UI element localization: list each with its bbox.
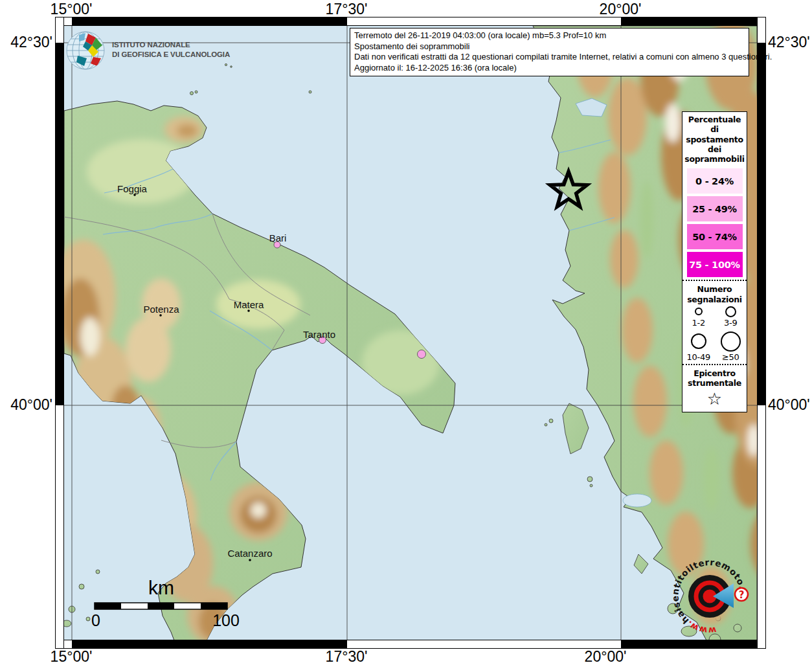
count-label-3-9: 3-9 [724, 318, 737, 328]
legend-count-symbols: 1-2 3-9 10-49 ≥50 [682, 306, 747, 362]
city-label-bari: Bari [269, 232, 287, 243]
frame-band-top [55, 17, 766, 26]
ingv-logo: ISTITUTO NAZIONALE DI GEOFISICA E VULCAN… [65, 30, 230, 71]
event-info-box: Terremoto del 26-11-2019 04:03:00 (ora l… [350, 28, 749, 76]
legend-class-50-74: 50 - 74% [687, 224, 743, 249]
axis-label-bottom-20: 20°00' [585, 648, 627, 663]
ingv-name-line1: ISTITUTO NAZIONALE [112, 40, 230, 50]
legend-class-75-100: 75 - 100% [687, 252, 743, 277]
legend-percent-title: Percentuale di spostamento dei soprammob… [682, 112, 747, 166]
legend-class-25-49: 25 - 49% [687, 196, 743, 221]
legend-epicenter-title: Epicentro strumentale [682, 367, 747, 390]
scale-bar-end: 100 [212, 611, 240, 629]
count-circle-1-2-icon [695, 308, 703, 315]
frame-band-bottom [55, 640, 766, 649]
count-circle-50-icon [721, 332, 741, 352]
count-circle-10-49-icon [691, 333, 706, 349]
frame-band-left [55, 17, 64, 649]
event-title: Terremoto del 26-11-2019 04:03:00 (ora l… [354, 30, 745, 41]
axis-label-bottom-15: 15°00' [51, 648, 93, 663]
event-disclaimer: Dati non verificati estratti da 12 quest… [354, 52, 745, 63]
legend-divider-1 [682, 280, 747, 281]
frame-band-right [757, 17, 766, 649]
legend-class-0-24: 0 - 24% [687, 168, 743, 194]
map-page: 15°00' 17°30' 20°00' 15°00' 17°30' 20°00… [0, 0, 812, 663]
ingv-name-line2: DI GEOFISICA E VULCANOLOGIA [112, 50, 230, 60]
epicenter-star-legend-icon: ☆ [682, 390, 747, 409]
count-label-10-49: 10-49 [687, 352, 710, 362]
intensity-dot-salento [418, 350, 426, 359]
axis-label-left-42: 42°30' [0, 34, 52, 51]
axis-label-bottom-17: 17°30' [326, 648, 368, 663]
city-label-foggia: Foggia [117, 183, 148, 194]
ingv-globe-icon [65, 30, 106, 71]
legend-count-title: Numero segnalazioni [682, 283, 747, 306]
scale-bar-start: 0 [91, 611, 100, 629]
map-canvas: Foggia Bari Potenza Matera Taranto Catan… [64, 26, 757, 640]
event-subtitle: Spostamento dei soprammobili [354, 41, 745, 52]
ingv-name: ISTITUTO NAZIONALE DI GEOFISICA E VULCAN… [112, 30, 230, 60]
axis-label-left-40: 40°00' [0, 396, 52, 414]
scale-bar-unit: km [148, 577, 174, 598]
legend-panel: Percentuale di spostamento dei soprammob… [682, 111, 747, 412]
count-label-1-2: 1-2 [692, 318, 705, 328]
map-svg: Foggia Bari Potenza Matera Taranto Catan… [64, 26, 757, 640]
legend-divider-2 [682, 364, 747, 365]
axis-label-right-42: 42°30' [768, 34, 810, 51]
count-label-50: ≥50 [722, 352, 739, 362]
axis-label-right-40: 40°00' [768, 396, 810, 414]
count-circle-3-9-icon [725, 306, 736, 317]
city-label-catanzaro: Catanzaro [227, 548, 272, 559]
axis-label-top-15: 15°00' [51, 1, 93, 18]
axis-label-top-17: 17°30' [326, 1, 368, 18]
hsit-question-icon: ? [739, 589, 745, 601]
axis-label-top-20: 20°00' [600, 1, 642, 18]
city-label-taranto: Taranto [303, 329, 335, 340]
city-label-potenza: Potenza [143, 304, 179, 315]
event-update-time: Aggiornato il: 16-12-2025 16:36 (ora loc… [354, 63, 745, 74]
city-label-matera: Matera [234, 299, 264, 310]
